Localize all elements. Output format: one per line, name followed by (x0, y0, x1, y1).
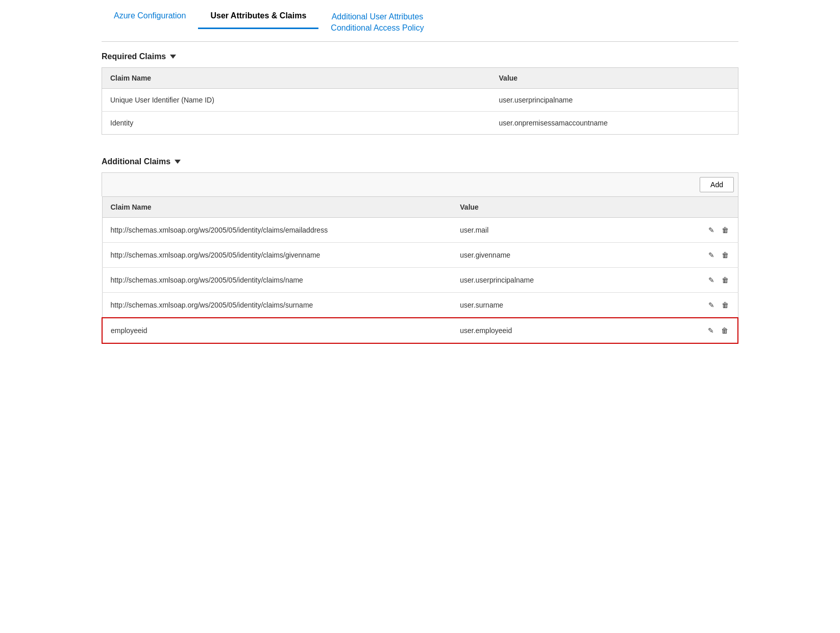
delete-claim-button[interactable]: 🗑 (721, 275, 730, 285)
additional-claim-value: user.mail (452, 217, 674, 242)
additional-claims-chevron[interactable] (175, 160, 181, 164)
delete-claim-button[interactable]: 🗑 (721, 300, 730, 310)
required-claims-chevron[interactable] (170, 55, 176, 59)
additional-claims-row: http://schemas.xmlsoap.org/ws/2005/05/id… (102, 242, 738, 267)
add-claim-button[interactable]: Add (700, 177, 734, 192)
additional-claim-actions: ✎ 🗑 (674, 318, 738, 343)
required-claims-title: Required Claims (102, 52, 166, 61)
additional-claims-col-value: Value (452, 196, 674, 217)
edit-claim-button[interactable]: ✎ (707, 250, 715, 260)
additional-claim-actions: ✎ 🗑 (674, 242, 738, 267)
additional-claim-name: http://schemas.xmlsoap.org/ws/2005/05/id… (102, 242, 452, 267)
additional-claim-value: user.givenname (452, 242, 674, 267)
additional-claim-value: user.userprincipalname (452, 267, 674, 292)
tab-additional-user-attributes-label[interactable]: Additional User Attributes (332, 11, 424, 22)
additional-claims-col-actions (674, 196, 738, 217)
additional-claims-row: http://schemas.xmlsoap.org/ws/2005/05/id… (102, 292, 738, 318)
required-claims-col-name: Claim Name (102, 67, 491, 88)
tab-user-attributes[interactable]: User Attributes & Claims (198, 6, 318, 29)
delete-claim-button[interactable]: 🗑 (721, 250, 730, 260)
additional-claims-title: Additional Claims (102, 157, 170, 166)
additional-claims-section-header: Additional Claims (102, 147, 738, 172)
tab-conditional-access-label[interactable]: Conditional Access Policy (331, 22, 424, 34)
additional-claim-name: http://schemas.xmlsoap.org/ws/2005/05/id… (102, 267, 452, 292)
required-claims-section-header: Required Claims (102, 42, 738, 67)
additional-claims-toolbar: Add (102, 172, 738, 196)
additional-claims-row: employeeid user.employeeid ✎ 🗑 (102, 318, 738, 343)
additional-claim-actions: ✎ 🗑 (674, 217, 738, 242)
additional-claims-header-row: Claim Name Value (102, 196, 738, 217)
additional-claim-name: http://schemas.xmlsoap.org/ws/2005/05/id… (102, 292, 452, 318)
additional-claim-actions: ✎ 🗑 (674, 267, 738, 292)
additional-claim-value: user.surname (452, 292, 674, 318)
required-claims-col-value: Value (491, 67, 738, 88)
additional-claim-name: http://schemas.xmlsoap.org/ws/2005/05/id… (102, 217, 452, 242)
additional-claims-row: http://schemas.xmlsoap.org/ws/2005/05/id… (102, 267, 738, 292)
additional-claim-name: employeeid (102, 318, 452, 343)
required-claim-name: Identity (102, 111, 491, 134)
additional-claims-col-name: Claim Name (102, 196, 452, 217)
edit-claim-button[interactable]: ✎ (707, 300, 715, 310)
edit-claim-button[interactable]: ✎ (707, 325, 715, 336)
required-claims-table: Claim Name Value Unique User Identifier … (102, 67, 738, 135)
required-claim-name: Unique User Identifier (Name ID) (102, 88, 491, 111)
required-claims-row: Unique User Identifier (Name ID) user.us… (102, 88, 738, 111)
tab-azure-config[interactable]: Azure Configuration (102, 6, 198, 28)
edit-claim-button[interactable]: ✎ (707, 225, 715, 235)
required-claims-header-row: Claim Name Value (102, 67, 738, 88)
nav-tabs: Azure Configuration User Attributes & Cl… (102, 0, 738, 42)
delete-claim-button[interactable]: 🗑 (721, 225, 730, 235)
additional-claim-actions: ✎ 🗑 (674, 292, 738, 318)
additional-claims-table: Claim Name Value http://schemas.xmlsoap.… (102, 196, 738, 344)
delete-claim-button[interactable]: 🗑 (720, 325, 729, 336)
edit-claim-button[interactable]: ✎ (707, 275, 715, 285)
required-claim-value: user.onpremisessamaccountname (491, 111, 738, 134)
additional-claims-row: http://schemas.xmlsoap.org/ws/2005/05/id… (102, 217, 738, 242)
required-claims-row: Identity user.onpremisessamaccountname (102, 111, 738, 134)
tab-additional-group[interactable]: Additional User Attributes Conditional A… (318, 6, 436, 41)
additional-claim-value: user.employeeid (452, 318, 674, 343)
required-claim-value: user.userprincipalname (491, 88, 738, 111)
